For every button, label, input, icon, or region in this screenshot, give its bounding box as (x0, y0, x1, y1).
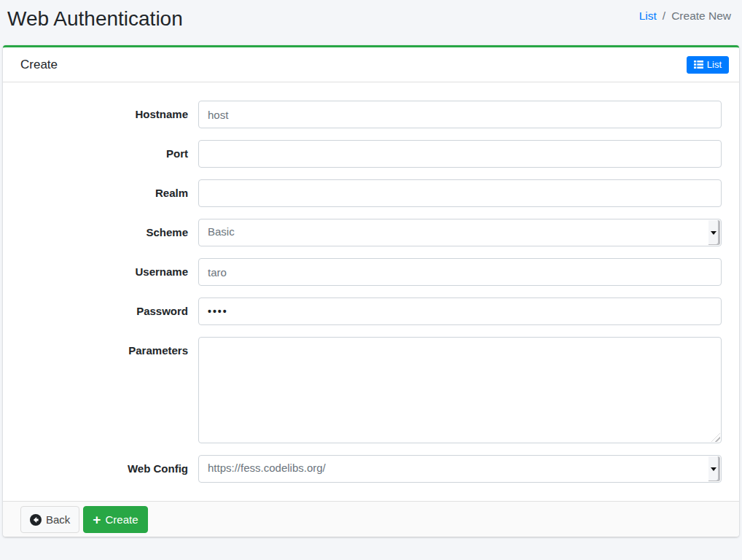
form-row-scheme: Scheme Basic (20, 219, 722, 246)
realm-label: Realm (20, 179, 198, 200)
form-row-username: Username (20, 258, 722, 286)
list-button-label: List (707, 60, 722, 70)
scheme-selected-value: Basic (199, 219, 706, 246)
web-config-selected-value: https://fess.codelibs.org/ (199, 456, 706, 482)
form-row-parameters: Parameters (20, 337, 722, 443)
username-label: Username (20, 258, 198, 279)
hostname-input[interactable] (198, 101, 722, 128)
create-card: Create List Hostname Port Realm (3, 45, 739, 537)
card-footer: Back + Create (3, 501, 739, 537)
card-title: Create (20, 55, 58, 74)
username-input[interactable] (198, 258, 722, 286)
list-button[interactable]: List (687, 56, 729, 74)
breadcrumb: List / Create New (639, 7, 731, 23)
form-row-web-config: Web Config https://fess.codelibs.org/ (20, 455, 722, 483)
page-title: Web Authentication (7, 7, 183, 31)
port-label: Port (20, 140, 198, 160)
realm-input[interactable] (198, 179, 722, 207)
create-button[interactable]: + Create (83, 506, 147, 533)
form-body: Hostname Port Realm Scheme Basic (3, 82, 739, 501)
create-button-label: Create (105, 512, 138, 527)
password-label: Password (20, 298, 198, 318)
form-row-port: Port (20, 140, 722, 168)
th-list-icon (694, 61, 703, 69)
breadcrumb-separator: / (663, 9, 665, 23)
parameters-textarea[interactable] (198, 337, 722, 443)
select-dropdown-arrow-icon (708, 456, 720, 481)
hostname-label: Hostname (20, 101, 198, 121)
back-button-label: Back (46, 512, 70, 527)
parameters-label: Parameters (20, 337, 198, 357)
arrow-circle-left-icon (30, 514, 42, 526)
breadcrumb-list-link[interactable]: List (639, 9, 657, 23)
scheme-label: Scheme (20, 219, 198, 239)
back-button[interactable]: Back (20, 506, 79, 533)
form-row-realm: Realm (20, 179, 722, 207)
password-input[interactable] (198, 298, 722, 325)
plus-icon: + (93, 514, 101, 526)
form-row-password: Password (20, 298, 722, 325)
select-dropdown-arrow-icon (708, 220, 720, 245)
web-config-label: Web Config (20, 455, 198, 475)
scheme-select[interactable]: Basic (198, 219, 722, 246)
content-header: Web Authentication List / Create New (0, 0, 742, 38)
web-config-select[interactable]: https://fess.codelibs.org/ (198, 455, 722, 483)
card-header: Create List (3, 47, 739, 82)
port-input[interactable] (198, 140, 722, 168)
form-row-hostname: Hostname (20, 101, 722, 128)
breadcrumb-current: Create New (671, 9, 731, 23)
